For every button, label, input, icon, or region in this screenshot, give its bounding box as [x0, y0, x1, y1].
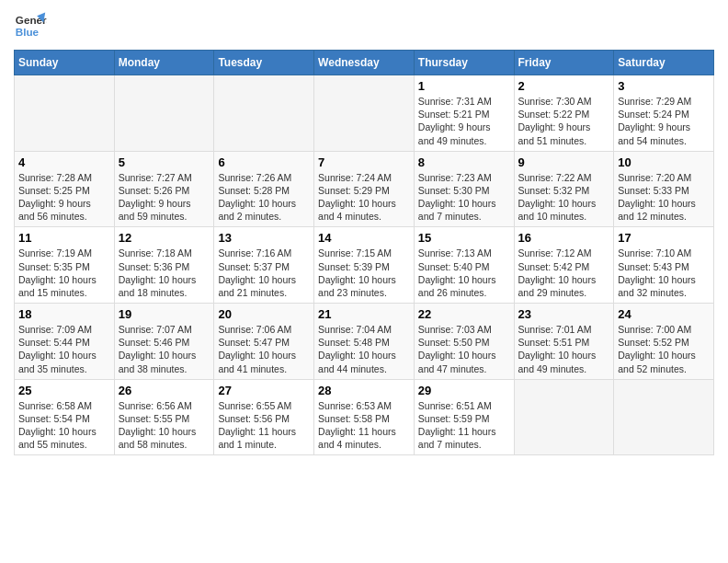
day-info: Sunrise: 6:55 AM Sunset: 5:56 PM Dayligh… [218, 399, 310, 452]
day-number: 5 [119, 155, 210, 169]
calendar-week-row: 25Sunrise: 6:58 AM Sunset: 5:54 PM Dayli… [15, 379, 714, 455]
calendar-header-row: SundayMondayTuesdayWednesdayThursdayFrid… [15, 51, 714, 75]
day-number: 14 [318, 231, 410, 245]
day-number: 27 [218, 384, 310, 397]
calendar-cell: 3Sunrise: 7:29 AM Sunset: 5:24 PM Daylig… [614, 75, 714, 152]
column-header-sunday: Sunday [15, 51, 115, 75]
day-number: 22 [418, 307, 510, 321]
day-info: Sunrise: 7:00 AM Sunset: 5:52 PM Dayligh… [618, 323, 710, 375]
day-info: Sunrise: 7:07 AM Sunset: 5:46 PM Dayligh… [119, 323, 210, 375]
column-header-wednesday: Wednesday [314, 51, 415, 75]
day-number: 18 [18, 307, 110, 321]
day-info: Sunrise: 7:01 AM Sunset: 5:51 PM Dayligh… [518, 323, 610, 375]
calendar-cell: 10Sunrise: 7:20 AM Sunset: 5:33 PM Dayli… [614, 151, 714, 227]
day-info: Sunrise: 7:31 AM Sunset: 5:21 PM Dayligh… [418, 95, 510, 147]
calendar-cell: 18Sunrise: 7:09 AM Sunset: 5:44 PM Dayli… [15, 304, 115, 380]
day-info: Sunrise: 6:56 AM Sunset: 5:55 PM Dayligh… [119, 399, 210, 452]
calendar-cell: 24Sunrise: 7:00 AM Sunset: 5:52 PM Dayli… [614, 304, 714, 380]
calendar-week-row: 4Sunrise: 7:28 AM Sunset: 5:25 PM Daylig… [15, 151, 714, 227]
calendar-cell: 23Sunrise: 7:01 AM Sunset: 5:51 PM Dayli… [514, 304, 614, 380]
calendar-week-row: 18Sunrise: 7:09 AM Sunset: 5:44 PM Dayli… [15, 304, 714, 380]
day-info: Sunrise: 7:19 AM Sunset: 5:35 PM Dayligh… [18, 247, 110, 299]
calendar-cell [15, 75, 115, 152]
calendar-cell: 9Sunrise: 7:22 AM Sunset: 5:32 PM Daylig… [514, 151, 614, 227]
calendar-cell: 27Sunrise: 6:55 AM Sunset: 5:56 PM Dayli… [214, 379, 314, 455]
calendar-cell: 11Sunrise: 7:19 AM Sunset: 5:35 PM Dayli… [15, 227, 115, 304]
day-number: 11 [18, 231, 110, 245]
svg-text:Blue: Blue [16, 26, 40, 38]
day-info: Sunrise: 7:22 AM Sunset: 5:32 PM Dayligh… [518, 171, 610, 224]
day-info: Sunrise: 7:04 AM Sunset: 5:48 PM Dayligh… [318, 323, 410, 375]
calendar-cell: 28Sunrise: 6:53 AM Sunset: 5:58 PM Dayli… [314, 379, 415, 455]
day-info: Sunrise: 7:03 AM Sunset: 5:50 PM Dayligh… [418, 323, 510, 375]
day-info: Sunrise: 6:53 AM Sunset: 5:58 PM Dayligh… [318, 399, 410, 452]
day-number: 6 [218, 155, 310, 169]
day-number: 9 [518, 155, 610, 169]
day-number: 24 [618, 307, 710, 321]
calendar-week-row: 11Sunrise: 7:19 AM Sunset: 5:35 PM Dayli… [15, 227, 714, 304]
day-info: Sunrise: 7:13 AM Sunset: 5:40 PM Dayligh… [418, 247, 510, 299]
calendar-cell: 6Sunrise: 7:26 AM Sunset: 5:28 PM Daylig… [214, 151, 314, 227]
calendar-cell: 2Sunrise: 7:30 AM Sunset: 5:22 PM Daylig… [514, 75, 614, 152]
calendar-cell: 17Sunrise: 7:10 AM Sunset: 5:43 PM Dayli… [614, 227, 714, 304]
day-number: 23 [518, 307, 610, 321]
calendar-cell [214, 75, 314, 152]
day-info: Sunrise: 7:12 AM Sunset: 5:42 PM Dayligh… [518, 247, 610, 299]
column-header-monday: Monday [114, 51, 214, 75]
calendar-cell: 21Sunrise: 7:04 AM Sunset: 5:48 PM Dayli… [314, 304, 415, 380]
calendar-cell: 16Sunrise: 7:12 AM Sunset: 5:42 PM Dayli… [514, 227, 614, 304]
calendar-cell [114, 75, 214, 152]
header: General Blue [14, 9, 714, 42]
column-header-thursday: Thursday [414, 51, 514, 75]
calendar-cell: 7Sunrise: 7:24 AM Sunset: 5:29 PM Daylig… [314, 151, 415, 227]
calendar-cell: 4Sunrise: 7:28 AM Sunset: 5:25 PM Daylig… [15, 151, 115, 227]
day-number: 25 [18, 384, 110, 397]
day-number: 19 [119, 307, 210, 321]
calendar-cell: 22Sunrise: 7:03 AM Sunset: 5:50 PM Dayli… [414, 304, 514, 380]
day-number: 10 [618, 155, 710, 169]
calendar-week-row: 1Sunrise: 7:31 AM Sunset: 5:21 PM Daylig… [15, 75, 714, 152]
calendar-cell: 19Sunrise: 7:07 AM Sunset: 5:46 PM Dayli… [114, 304, 214, 380]
calendar-cell: 1Sunrise: 7:31 AM Sunset: 5:21 PM Daylig… [414, 75, 514, 152]
day-number: 1 [418, 79, 510, 93]
calendar-cell [514, 379, 614, 455]
day-number: 28 [318, 384, 410, 397]
calendar-cell: 29Sunrise: 6:51 AM Sunset: 5:59 PM Dayli… [414, 379, 514, 455]
calendar-cell: 25Sunrise: 6:58 AM Sunset: 5:54 PM Dayli… [15, 379, 115, 455]
day-info: Sunrise: 7:10 AM Sunset: 5:43 PM Dayligh… [618, 247, 710, 299]
day-info: Sunrise: 7:16 AM Sunset: 5:37 PM Dayligh… [218, 247, 310, 299]
calendar-cell: 12Sunrise: 7:18 AM Sunset: 5:36 PM Dayli… [114, 227, 214, 304]
day-info: Sunrise: 7:24 AM Sunset: 5:29 PM Dayligh… [318, 171, 410, 224]
calendar-cell [314, 75, 415, 152]
day-number: 7 [318, 155, 410, 169]
day-info: Sunrise: 7:30 AM Sunset: 5:22 PM Dayligh… [518, 95, 610, 147]
logo: General Blue [14, 9, 47, 42]
day-number: 4 [18, 155, 110, 169]
calendar-cell: 13Sunrise: 7:16 AM Sunset: 5:37 PM Dayli… [214, 227, 314, 304]
day-info: Sunrise: 6:58 AM Sunset: 5:54 PM Dayligh… [18, 399, 110, 452]
day-info: Sunrise: 7:23 AM Sunset: 5:30 PM Dayligh… [418, 171, 510, 224]
day-number: 26 [119, 384, 210, 397]
day-number: 29 [418, 384, 510, 397]
calendar-cell [614, 379, 714, 455]
day-number: 2 [518, 79, 610, 93]
day-info: Sunrise: 7:15 AM Sunset: 5:39 PM Dayligh… [318, 247, 410, 299]
day-number: 15 [418, 231, 510, 245]
calendar-cell: 8Sunrise: 7:23 AM Sunset: 5:30 PM Daylig… [414, 151, 514, 227]
day-info: Sunrise: 6:51 AM Sunset: 5:59 PM Dayligh… [418, 399, 510, 452]
day-info: Sunrise: 7:06 AM Sunset: 5:47 PM Dayligh… [218, 323, 310, 375]
day-number: 12 [119, 231, 210, 245]
day-info: Sunrise: 7:09 AM Sunset: 5:44 PM Dayligh… [18, 323, 110, 375]
day-info: Sunrise: 7:18 AM Sunset: 5:36 PM Dayligh… [119, 247, 210, 299]
day-info: Sunrise: 7:27 AM Sunset: 5:26 PM Dayligh… [119, 171, 210, 224]
day-info: Sunrise: 7:20 AM Sunset: 5:33 PM Dayligh… [618, 171, 710, 224]
day-number: 17 [618, 231, 710, 245]
day-info: Sunrise: 7:29 AM Sunset: 5:24 PM Dayligh… [618, 95, 710, 147]
calendar-cell: 20Sunrise: 7:06 AM Sunset: 5:47 PM Dayli… [214, 304, 314, 380]
day-info: Sunrise: 7:28 AM Sunset: 5:25 PM Dayligh… [18, 171, 110, 224]
day-number: 3 [618, 79, 710, 93]
calendar-cell: 5Sunrise: 7:27 AM Sunset: 5:26 PM Daylig… [114, 151, 214, 227]
day-number: 21 [318, 307, 410, 321]
day-number: 8 [418, 155, 510, 169]
day-info: Sunrise: 7:26 AM Sunset: 5:28 PM Dayligh… [218, 171, 310, 224]
